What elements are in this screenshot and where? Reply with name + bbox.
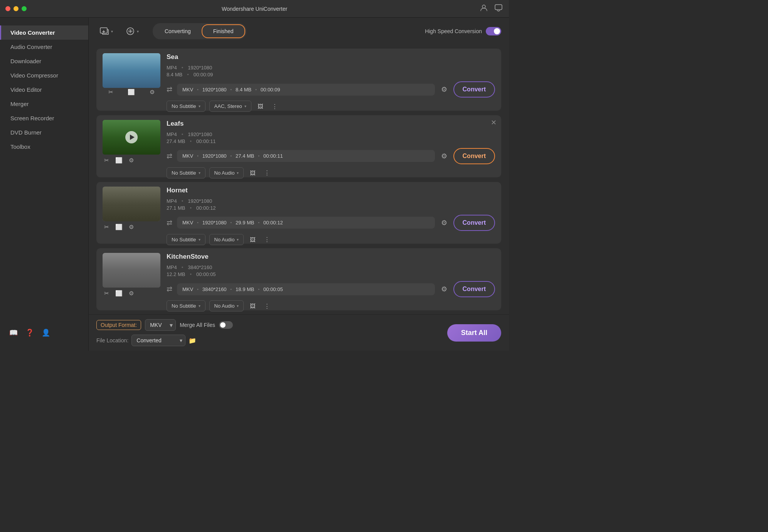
src-size-leafs: 27.4 MB • 00:00:11 — [167, 138, 495, 144]
sidebar-item-dvd-burner[interactable]: DVD Burner — [0, 125, 88, 140]
settings-btn-hornet[interactable]: ⚙ — [440, 217, 449, 229]
start-all-button[interactable]: Start All — [447, 324, 501, 342]
high-speed-toggle[interactable] — [486, 27, 501, 35]
convert-btn-sea[interactable]: Convert — [453, 81, 495, 98]
src-meta-leafs: MP4 • 1920*1080 — [167, 131, 495, 137]
title-bar: Wondershare UniConverter — [0, 0, 509, 18]
sidebar-item-merger[interactable]: Merger — [0, 97, 88, 111]
video-title-kitchen: KitchenStove — [167, 253, 495, 261]
crop-icon-sea[interactable]: ⬜ — [128, 89, 135, 96]
more-btn-hornet[interactable]: ⋮ — [262, 234, 272, 244]
window-controls — [5, 6, 27, 11]
cut-icon-kitchen[interactable]: ✂ — [104, 290, 109, 297]
format-select[interactable]: MKV MP4 AVI MOV — [145, 319, 176, 331]
add-file-button[interactable]: ▾ — [96, 25, 116, 38]
out-resolution-sea: 1920*1080 — [202, 87, 227, 93]
minimize-window-button[interactable] — [13, 6, 19, 11]
toolbar: ▾ ▾ Converting Finished High Speed Conve… — [89, 18, 509, 45]
video-info-kitchen: KitchenStove MP4 • 3840*2160 12.2 MB • 0… — [167, 253, 495, 306]
add-url-button[interactable]: ▾ — [122, 25, 142, 38]
audio-dropdown-sea[interactable]: AAC, Stereo ▾ — [209, 101, 251, 112]
effects-icon-leafs[interactable]: ⚙ — [129, 157, 134, 164]
sidebar-item-video-compressor[interactable]: Video Compressor — [0, 68, 88, 82]
cut-icon-hornet[interactable]: ✂ — [104, 224, 109, 231]
maximize-window-button[interactable] — [22, 6, 27, 11]
crop-icon-hornet[interactable]: ⬜ — [115, 224, 123, 231]
more-btn-kitchen[interactable]: ⋮ — [262, 301, 272, 311]
merge-toggle[interactable] — [219, 321, 233, 329]
subtitle-audio-kitchen: No Subtitle ▾ No Audio ▾ 🖼 ⋮ — [167, 300, 495, 311]
chat-icon[interactable] — [494, 3, 503, 14]
image-btn-hornet[interactable]: 🖼 — [248, 235, 258, 244]
convert-btn-kitchen[interactable]: Convert — [453, 281, 495, 297]
settings-btn-leafs[interactable]: ⚙ — [440, 150, 449, 162]
subtitle-dropdown-leafs[interactable]: No Subtitle ▾ — [167, 167, 205, 178]
sidebar-item-downloader[interactable]: Downloader — [0, 54, 88, 68]
thumbnail-tools-sea: ✂ ⬜ ⚙ — [103, 89, 160, 96]
account-icon[interactable] — [480, 3, 488, 14]
thumbnail-area-hornet: ✂ ⬜ ⚙ — [103, 187, 160, 239]
more-btn-leafs[interactable]: ⋮ — [262, 168, 272, 178]
audio-dropdown-leafs[interactable]: No Audio ▾ — [209, 167, 244, 178]
merge-label: Merge All Files — [180, 322, 215, 328]
effects-icon-hornet[interactable]: ⚙ — [129, 224, 134, 231]
users-icon[interactable]: 👤 — [42, 328, 50, 337]
title-bar-actions — [480, 3, 503, 14]
subtitle-dropdown-hornet[interactable]: No Subtitle ▾ — [167, 234, 205, 245]
crop-icon-leafs[interactable]: ⬜ — [115, 157, 123, 164]
audio-dropdown-hornet[interactable]: No Audio ▾ — [209, 234, 244, 245]
play-icon-leafs[interactable] — [125, 131, 138, 143]
image-btn-leafs[interactable]: 🖼 — [248, 168, 258, 178]
subtitle-audio-hornet: No Subtitle ▾ No Audio ▾ 🖼 ⋮ — [167, 234, 495, 245]
audio-dropdown-kitchen[interactable]: No Audio ▾ — [209, 300, 244, 311]
src-resolution-sea: 1920*1080 — [188, 65, 212, 71]
src-size-kitchen: 12.2 MB • 00:00:05 — [167, 271, 495, 277]
close-window-button[interactable] — [5, 6, 10, 11]
thumbnail-leafs[interactable] — [103, 120, 160, 155]
image-btn-kitchen[interactable]: 🖼 — [248, 301, 258, 311]
help-icon[interactable]: ❓ — [25, 328, 34, 337]
cut-icon-leafs[interactable]: ✂ — [104, 157, 109, 164]
tab-converting[interactable]: Converting — [154, 24, 202, 38]
settings-btn-sea[interactable]: ⚙ — [440, 84, 449, 95]
sidebar-item-video-converter[interactable]: Video Converter — [0, 25, 88, 40]
src-size-hornet: 27.1 MB • 00:00:12 — [167, 205, 495, 211]
bottom-left: Output Format: MKV MP4 AVI MOV Merge All… — [96, 319, 233, 346]
src-format-sea: MP4 — [167, 65, 177, 71]
more-btn-sea[interactable]: ⋮ — [269, 101, 280, 111]
video-title-sea: Sea — [167, 53, 495, 61]
thumbnail-tools-kitchen: ✂ ⬜ ⚙ — [103, 290, 135, 297]
subtitle-dropdown-sea[interactable]: No Subtitle ▾ — [167, 101, 205, 112]
file-location-select[interactable]: Converted Custom... — [131, 335, 185, 346]
sidebar-item-screen-recorder[interactable]: Screen Recorder — [0, 111, 88, 125]
src-size-val-sea: 8.4 MB — [167, 72, 182, 77]
file-location-select-wrapper[interactable]: Converted Custom... — [131, 335, 185, 346]
effects-icon-sea[interactable]: ⚙ — [150, 89, 155, 96]
settings-btn-kitchen[interactable]: ⚙ — [440, 283, 449, 295]
format-select-wrapper[interactable]: MKV MP4 AVI MOV — [145, 319, 176, 331]
sidebar-item-audio-converter[interactable]: Audio Converter — [0, 40, 88, 54]
subtitle-audio-sea: No Subtitle ▾ AAC, Stereo ▾ 🖼 ⋮ — [167, 101, 495, 112]
high-speed-area: High Speed Conversion — [425, 27, 501, 35]
subtitle-dropdown-kitchen[interactable]: No Subtitle ▾ — [167, 300, 205, 311]
folder-icon[interactable]: 📁 — [189, 337, 196, 344]
book-icon[interactable]: 📖 — [9, 328, 18, 337]
sidebar-item-toolbox[interactable]: Toolbox — [0, 140, 88, 154]
close-btn-leafs[interactable]: ✕ — [491, 118, 497, 127]
thumbnail-area-leafs: ✂ ⬜ ⚙ — [103, 120, 160, 173]
crop-icon-kitchen[interactable]: ⬜ — [115, 290, 123, 297]
sidebar-item-video-editor[interactable]: Video Editor — [0, 82, 88, 97]
image-btn-sea[interactable]: 🖼 — [255, 101, 266, 111]
convert-btn-hornet[interactable]: Convert — [453, 215, 495, 231]
convert-btn-leafs[interactable]: Convert — [453, 148, 495, 164]
effects-icon-kitchen[interactable]: ⚙ — [129, 290, 134, 297]
src-size-sea: 8.4 MB • 00:00:09 — [167, 72, 495, 77]
thumbnail-hornet — [103, 187, 160, 221]
video-title-hornet: Hornet — [167, 187, 495, 194]
output-spec-sea: MKV • 1920*1080 • 8.4 MB • 00:00:09 — [177, 84, 435, 96]
src-duration-sea: 00:00:09 — [194, 72, 213, 77]
bottom-bar: Output Format: MKV MP4 AVI MOV Merge All… — [89, 314, 509, 351]
cut-icon-sea[interactable]: ✂ — [108, 89, 113, 96]
tab-finished[interactable]: Finished — [202, 24, 245, 38]
thumbnail-tools-leafs: ✂ ⬜ ⚙ — [103, 157, 135, 164]
